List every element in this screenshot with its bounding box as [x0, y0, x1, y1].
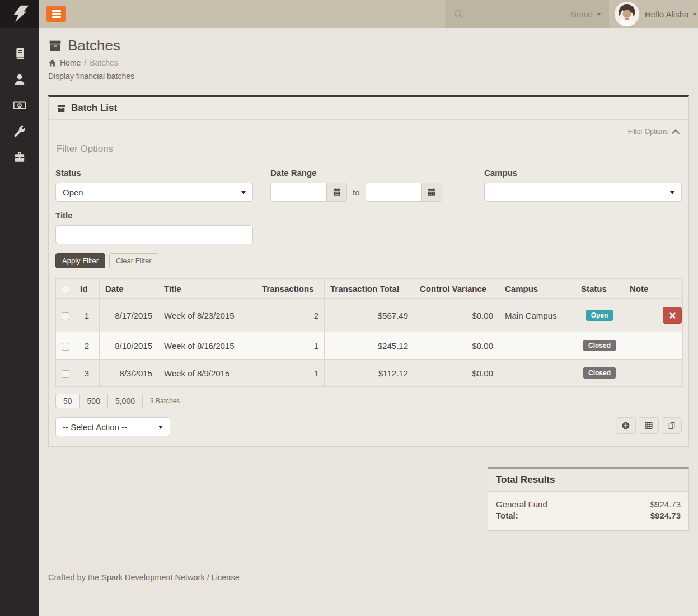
date-from-input[interactable] [270, 183, 326, 202]
select-caret-icon [241, 191, 246, 194]
page-size-50-button[interactable]: 50 [55, 394, 80, 408]
rock-logo[interactable] [0, 0, 39, 28]
col-id[interactable]: Id [74, 279, 100, 299]
row-checkbox[interactable] [62, 312, 69, 320]
merge-copy-button[interactable] [662, 417, 682, 434]
select-all-checkbox[interactable] [62, 286, 69, 293]
row-checkbox[interactable] [62, 343, 69, 351]
row-checkbox[interactable] [62, 370, 69, 378]
greeting-dropdown[interactable]: Hello Alisha [645, 10, 697, 19]
status-label: Status [55, 168, 253, 178]
delete-row-button[interactable] [663, 307, 682, 324]
col-status[interactable]: Status [575, 279, 624, 299]
col-campus[interactable]: Campus [499, 279, 575, 299]
archive-icon [48, 39, 62, 53]
date-from-calendar-button[interactable] [326, 183, 347, 202]
status-badge: Open [586, 310, 613, 321]
chevron-up-icon [672, 129, 680, 134]
home-icon [48, 59, 57, 67]
sidebar-item-people[interactable] [0, 73, 39, 86]
cell-variance: $0.00 [414, 299, 499, 332]
cell-note [624, 360, 657, 387]
cell-title: Week of 8/23/2015 [158, 299, 256, 332]
batch-list-panel: Batch List Filter Options Filter Options… [48, 95, 689, 447]
campus-filter: Campus [484, 168, 682, 202]
select-all-header [56, 279, 74, 299]
col-transactions[interactable]: Transactions [256, 279, 325, 299]
col-date[interactable]: Date [100, 279, 158, 299]
close-icon [669, 312, 676, 319]
table-row[interactable]: 2 8/10/2015 Week of 8/16/2015 1 $245.12 … [56, 332, 683, 360]
cell-id: 3 [74, 360, 100, 387]
col-control-variance[interactable]: Control Variance [414, 279, 499, 299]
cell-title: Week of 8/16/2015 [158, 332, 256, 360]
clear-filter-button[interactable]: Clear Filter [109, 253, 158, 268]
calendar-icon [427, 188, 436, 197]
search-input[interactable] [464, 6, 570, 22]
select-action-dropdown[interactable]: -- Select Action -- [55, 417, 170, 436]
breadcrumb-home-link[interactable]: Home [48, 58, 81, 67]
license-link[interactable]: License [212, 573, 240, 582]
rock-logo-icon [10, 4, 30, 24]
money-icon [12, 99, 27, 112]
search-icon [453, 8, 464, 20]
panel-title: Batch List [71, 102, 117, 114]
date-range-label: Date Range [270, 168, 442, 178]
add-batch-button[interactable] [616, 417, 636, 434]
filter-row-1: Status Open Date Range [55, 168, 682, 202]
table-row[interactable]: 3 8/3/2015 Week of 8/9/2015 1 $112.12 $0… [56, 360, 683, 387]
status-select[interactable]: Open [55, 183, 253, 202]
date-to-calendar-button[interactable] [421, 183, 442, 202]
campus-select[interactable] [484, 183, 682, 202]
apply-filter-button[interactable]: Apply Filter [55, 253, 105, 268]
user-menu[interactable]: Hello Alisha [615, 0, 697, 28]
page-size-5000-button[interactable]: 5,000 [108, 394, 143, 408]
page-title: Batches [48, 37, 689, 54]
cell-transactions: 2 [256, 299, 325, 332]
total-results-panel: Total Results General Fund $924.73 Total… [488, 467, 689, 531]
main-content: Batches Home / Batches Display financial… [39, 0, 698, 595]
total-label: Total: [496, 510, 518, 521]
greeting-label: Hello Alisha [645, 10, 688, 19]
avatar-image [615, 2, 639, 26]
cell-variance: $0.00 [414, 332, 499, 360]
col-transaction-total[interactable]: Transaction Total [325, 279, 414, 299]
breadcrumb: Home / Batches [48, 58, 689, 67]
title-input[interactable] [55, 225, 253, 244]
filter-buttons: Apply Filter Clear Filter [55, 253, 682, 268]
cell-variance: $0.00 [414, 360, 499, 387]
sidebar-item-tools[interactable] [0, 124, 39, 138]
title-filter: Title [55, 211, 682, 244]
cell-campus: Main Campus [499, 299, 575, 332]
menu-toggle-button[interactable] [46, 6, 66, 22]
cell-title: Week of 8/9/2015 [158, 360, 256, 387]
filter-options-toggle[interactable]: Filter Options [628, 128, 680, 136]
sidebar-item-finance[interactable] [0, 99, 39, 112]
col-title[interactable]: Title [158, 279, 256, 299]
col-note[interactable]: Note [624, 279, 657, 299]
archive-icon [57, 104, 66, 113]
cell-note [624, 299, 657, 332]
export-excel-button[interactable] [639, 417, 659, 434]
status-badge: Closed [583, 367, 616, 379]
cell-total: $567.49 [325, 299, 414, 332]
panel-heading: Batch List [49, 97, 688, 120]
page-size-500-button[interactable]: 500 [80, 394, 108, 408]
spark-network-link[interactable]: Spark Development Network [101, 573, 205, 582]
copy-icon [667, 421, 676, 430]
search-type-dropdown[interactable]: Name [570, 10, 601, 19]
title-label: Title [55, 211, 682, 220]
batch-grid: Id Date Title Transactions Transaction T… [55, 278, 683, 387]
sidebar-item-directory[interactable] [0, 47, 39, 60]
page-description: Display financial batches [48, 72, 689, 81]
cell-date: 8/3/2015 [100, 360, 158, 387]
breadcrumb-current: Batches [90, 58, 118, 67]
panel-body: Filter Options Filter Options Status Ope… [49, 120, 688, 446]
table-row[interactable]: 1 8/17/2015 Week of 8/23/2015 2 $567.49 … [56, 299, 683, 332]
date-to-input[interactable] [366, 183, 421, 202]
campus-label: Campus [484, 168, 682, 178]
sidebar-item-checkin[interactable] [0, 150, 39, 164]
wrench-icon [13, 124, 26, 138]
cell-campus [499, 332, 575, 360]
plus-circle-icon [621, 421, 630, 430]
